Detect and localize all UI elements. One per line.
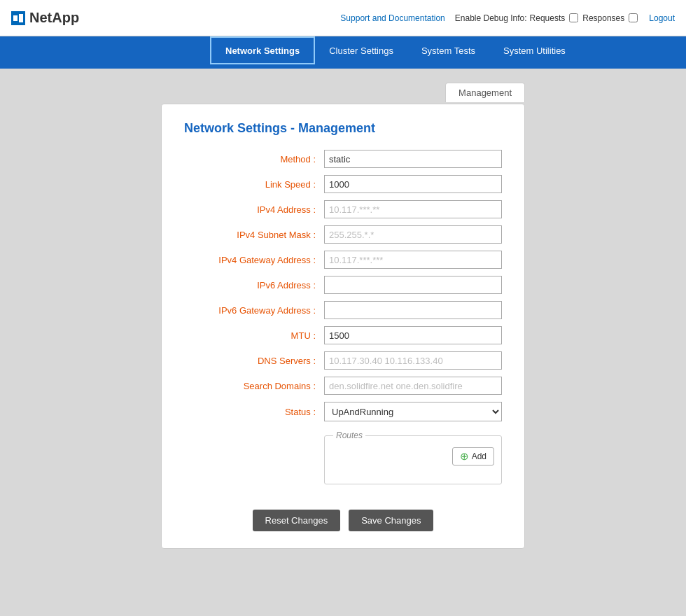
field-row-dns: DNS Servers : <box>184 351 502 370</box>
input-ipv6-gateway[interactable] <box>324 301 502 319</box>
responses-label: Responses <box>582 13 624 23</box>
field-row-ipv4-gateway: IPv4 Gateway Address : <box>184 251 502 269</box>
requests-label: Requests <box>530 13 566 23</box>
save-button[interactable]: Save Changes <box>349 510 433 531</box>
input-ipv4-gateway[interactable] <box>324 251 502 269</box>
label-ipv6-address: IPv6 Address : <box>184 280 324 290</box>
field-row-search-domains: Search Domains : <box>184 377 502 395</box>
routes-legend: Routes <box>333 430 365 440</box>
label-dns: DNS Servers : <box>184 356 324 366</box>
debug-section: Enable Debug Info: Requests Responses <box>455 13 640 23</box>
logo-icon <box>11 11 25 25</box>
label-mtu: MTU : <box>184 330 324 341</box>
input-search-domains[interactable] <box>324 377 502 395</box>
management-tab[interactable]: Management <box>445 83 525 102</box>
field-row-mtu: MTU : <box>184 326 502 344</box>
nav-tab-cluster-settings[interactable]: Cluster Settings <box>315 36 407 64</box>
routes-section: Routes ⊕ Add <box>324 435 502 484</box>
logo-text: NetApp <box>29 10 79 26</box>
top-right-actions: Support and Documentation Enable Debug I… <box>340 13 675 23</box>
field-row-status: Status : UpAndRunning Down Pending <box>184 402 502 421</box>
input-ipv4-address[interactable] <box>324 200 502 218</box>
nav-bar: Network Settings Cluster Settings System… <box>0 36 686 64</box>
input-mtu[interactable] <box>324 326 502 344</box>
top-bar: NetApp Support and Documentation Enable … <box>0 0 686 36</box>
main-panel: Management Network Settings - Management… <box>161 83 525 549</box>
label-ipv4-gateway: IPv4 Gateway Address : <box>184 255 324 265</box>
form-container: Network Settings - Management Method : L… <box>161 104 525 549</box>
input-ipv4-subnet[interactable] <box>324 225 502 244</box>
add-circle-icon: ⊕ <box>460 450 469 463</box>
input-link-speed[interactable] <box>324 175 502 193</box>
add-label: Add <box>472 451 486 461</box>
input-ipv6-address[interactable] <box>324 276 502 294</box>
label-status: Status : <box>184 407 324 417</box>
label-search-domains: Search Domains : <box>184 381 324 391</box>
field-row-ipv4-address: IPv4 Address : <box>184 200 502 218</box>
label-ipv4-address: IPv4 Address : <box>184 204 324 215</box>
add-route-button[interactable]: ⊕ Add <box>452 447 494 465</box>
field-row-method: Method : <box>184 150 502 168</box>
input-method[interactable] <box>324 150 502 168</box>
logo: NetApp <box>11 10 79 26</box>
nav-tab-network-settings[interactable]: Network Settings <box>210 36 315 64</box>
svg-rect-0 <box>13 15 18 21</box>
routes-row: Routes ⊕ Add <box>184 428 502 498</box>
input-dns[interactable] <box>324 351 502 370</box>
logout-link[interactable]: Logout <box>649 13 675 23</box>
label-link-speed: Link Speed : <box>184 179 324 190</box>
form-title: Network Settings - Management <box>184 121 502 136</box>
field-row-link-speed: Link Speed : <box>184 175 502 193</box>
reset-button[interactable]: Reset Changes <box>253 510 341 531</box>
requests-checkbox[interactable] <box>569 13 578 22</box>
label-ipv6-gateway: IPv6 Gateway Address : <box>184 305 324 316</box>
nav-tab-system-tests[interactable]: System Tests <box>407 36 489 64</box>
page-content: Management Network Settings - Management… <box>0 69 686 563</box>
svg-rect-1 <box>19 14 23 22</box>
field-row-ipv6-gateway: IPv6 Gateway Address : <box>184 301 502 319</box>
select-status[interactable]: UpAndRunning Down Pending <box>324 402 502 421</box>
label-ipv4-subnet: IPv4 Subnet Mask : <box>184 230 324 240</box>
support-link[interactable]: Support and Documentation <box>340 13 444 23</box>
field-row-ipv4-subnet: IPv4 Subnet Mask : <box>184 225 502 244</box>
label-method: Method : <box>184 154 324 164</box>
form-actions: Reset Changes Save Changes <box>184 510 502 531</box>
debug-label: Enable Debug Info: <box>455 13 527 23</box>
field-row-ipv6-address: IPv6 Address : <box>184 276 502 294</box>
nav-tab-system-utilities[interactable]: System Utilities <box>489 36 580 64</box>
responses-checkbox[interactable] <box>629 13 638 22</box>
